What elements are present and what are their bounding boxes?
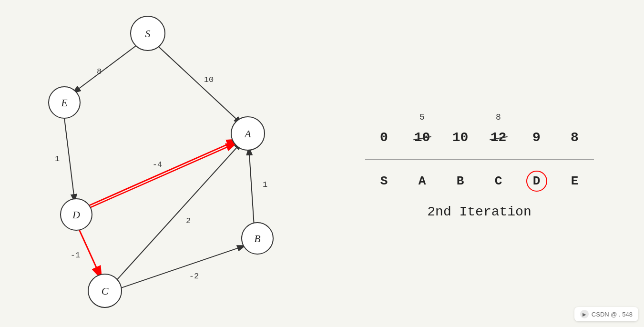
label-cell-d: D (518, 169, 556, 193)
label-b: B (457, 174, 464, 188)
edge-label-c-a: 2 (186, 216, 191, 225)
table-panel: 5 8 0 10 10 (315, 0, 644, 327)
top-val-1: 5 (419, 112, 425, 122)
val-cell-4: 9 (518, 126, 556, 150)
val-cell-1: 10 (403, 126, 441, 150)
watermark-text: CSDN @ . 548 (592, 311, 633, 318)
edge-label-c-b: -2 (189, 272, 199, 281)
top-cell-2 (441, 108, 480, 122)
label-e: E (571, 174, 579, 188)
node-label-e: E (61, 97, 68, 109)
edge-s-e (72, 42, 141, 93)
values-row: 0 10 10 12 9 8 (365, 126, 594, 150)
val-4: 9 (532, 130, 541, 145)
label-a: A (419, 174, 426, 188)
top-cell-5 (556, 108, 594, 122)
edge-c-a (113, 142, 242, 284)
edge-e-d (64, 114, 75, 203)
label-s: S (380, 174, 388, 188)
edge-d-a-2 (82, 143, 236, 211)
node-label-s: S (145, 28, 151, 40)
divider (365, 159, 594, 160)
node-label-c: C (102, 285, 109, 297)
top-row: 5 8 (365, 108, 594, 122)
val-cell-2: 10 (441, 126, 480, 150)
val-0: 0 (380, 130, 388, 145)
labels-row: S A B C D E (365, 169, 594, 193)
label-cell-e: E (556, 169, 594, 193)
top-cell-4 (518, 108, 556, 122)
val-cell-3: 12 (480, 126, 518, 150)
edge-label-b-a: 1 (263, 180, 267, 189)
node-label-b: B (254, 233, 260, 245)
val-cell-5: 8 (556, 126, 594, 150)
top-cell-1: 5 (403, 108, 441, 122)
graph-svg: 8 10 1 -4 -1 2 -2 1 (0, 0, 315, 327)
label-cell-b: B (441, 169, 480, 193)
edge-c-b (117, 245, 245, 289)
distance-table: 5 8 0 10 10 (365, 108, 594, 220)
watermark: ▶ CSDN @ . 548 (574, 307, 638, 321)
graph-panel: 8 10 1 -4 -1 2 -2 1 (0, 0, 315, 327)
top-cell-0 (365, 108, 403, 122)
node-label-d: D (72, 209, 80, 221)
edge-label-d-a: -4 (153, 160, 162, 169)
label-c: C (495, 174, 502, 188)
edge-b-a (249, 147, 254, 226)
top-cell-3: 8 (480, 108, 518, 122)
val-3: 12 (491, 130, 507, 145)
edge-label-e-d: 1 (55, 154, 60, 164)
edge-d-a-1 (85, 139, 239, 207)
node-label-a: A (244, 128, 251, 140)
val-1: 10 (414, 130, 430, 145)
main-container: 8 10 1 -4 -1 2 -2 1 (0, 0, 644, 327)
edge-label-d-c: -1 (71, 251, 80, 260)
label-d-circled: D (526, 171, 547, 192)
top-val-3: 8 (496, 112, 501, 122)
val-2: 10 (452, 130, 469, 145)
val-cell-0: 0 (365, 126, 403, 150)
label-cell-c: C (480, 169, 518, 193)
edge-d-c (78, 226, 102, 279)
val-5: 8 (571, 130, 579, 145)
play-icon: ▶ (580, 310, 589, 318)
iteration-label: 2nd Iteration (427, 204, 531, 219)
edge-label-s-e: 8 (97, 67, 102, 76)
edge-s-a (153, 42, 242, 124)
label-cell-a: A (403, 169, 441, 193)
edge-label-s-a: 10 (204, 75, 214, 84)
label-cell-s: S (365, 169, 403, 193)
